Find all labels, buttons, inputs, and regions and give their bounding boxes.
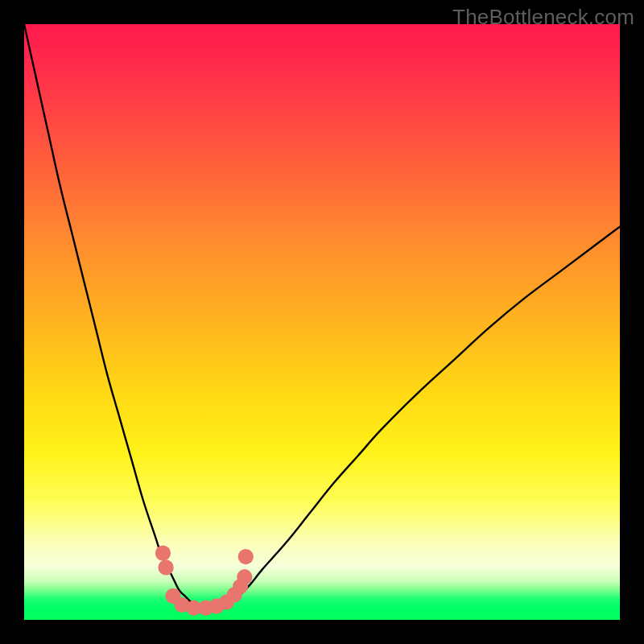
- bottleneck-curve: [24, 24, 620, 608]
- marker-dot: [237, 569, 252, 584]
- marker-dot: [159, 559, 174, 575]
- marker-dot: [238, 549, 254, 564]
- curve-layer: [24, 24, 620, 620]
- plot-area: [24, 24, 620, 620]
- marker-dot: [155, 546, 171, 561]
- marker-group: [155, 546, 254, 616]
- chart-frame: TheBottleneck.com: [0, 0, 644, 644]
